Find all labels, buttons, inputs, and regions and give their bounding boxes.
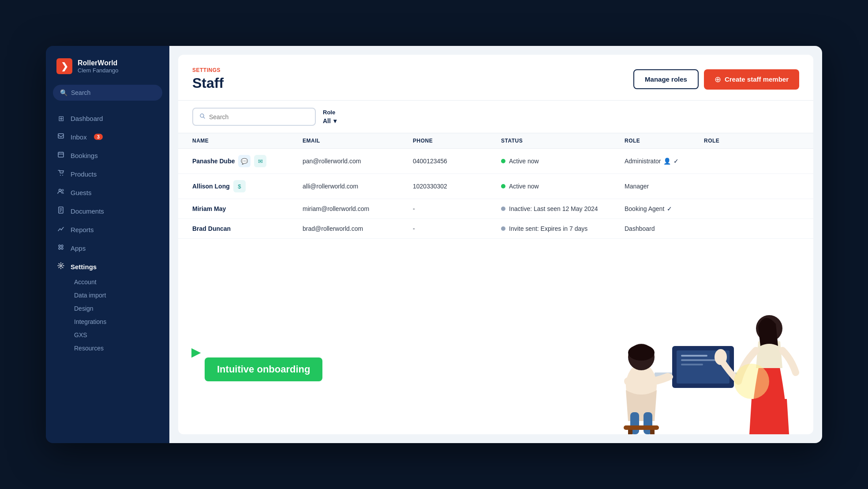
role-select[interactable]: All ▾ <box>323 117 337 124</box>
col-header-name: NAME <box>192 138 303 144</box>
svg-point-19 <box>626 364 657 408</box>
documents-icon <box>56 207 65 215</box>
manage-roles-button[interactable]: Manage roles <box>633 69 699 89</box>
products-icon <box>56 169 65 178</box>
page-title: Staff <box>192 75 224 91</box>
role-cell: Manager <box>625 183 704 190</box>
svg-rect-17 <box>681 359 716 361</box>
settings-sub-nav: Account Data import Design Integrations … <box>49 276 166 354</box>
filters-row: Role All ▾ <box>178 101 813 133</box>
email-cell: brad@rollerworld.com <box>303 225 413 232</box>
svg-point-10 <box>61 248 63 249</box>
sidebar: ❯ RollerWorld Clem Fandango 🔍 Search ⊞ D… <box>46 46 169 443</box>
role-cell: Administrator 👤 ✓ <box>625 158 704 165</box>
inbox-badge: 3 <box>94 134 103 140</box>
role-text: Dashboard <box>625 225 655 232</box>
status-text: Active now <box>509 183 539 190</box>
svg-rect-14 <box>672 346 734 388</box>
email-cell: alli@rollerworld.com <box>303 183 413 190</box>
table-row[interactable]: Miriam May miriam@rollerworld.com - Inac… <box>178 199 813 219</box>
sidebar-item-documents[interactable]: Documents <box>49 202 166 220</box>
svg-rect-24 <box>644 412 652 434</box>
chat-icon[interactable]: 💬 <box>238 155 251 167</box>
svg-point-29 <box>715 349 727 365</box>
sidebar-item-label: Settings <box>71 263 97 271</box>
staff-name: Panashe Dube <box>192 158 235 165</box>
phone-cell: - <box>413 205 501 212</box>
logo-area: ❯ RollerWorld Clem Fandango <box>46 46 169 85</box>
svg-rect-16 <box>681 355 707 357</box>
illustration-svg <box>505 284 813 434</box>
sidebar-item-label: Products <box>71 170 97 178</box>
settings-sub-integrations[interactable]: Integrations <box>71 316 162 328</box>
search-input[interactable] <box>209 113 309 120</box>
status-text: Inactive: Last seen 12 May 2024 <box>509 205 598 212</box>
sidebar-item-dashboard[interactable]: ⊞ Dashboard <box>49 109 166 128</box>
create-staff-button[interactable]: ⊕ Create staff member <box>704 69 799 90</box>
settings-icon <box>56 262 65 271</box>
svg-point-11 <box>60 265 62 267</box>
status-cell: Active now <box>501 183 625 190</box>
settings-sub-resources[interactable]: Resources <box>71 342 162 354</box>
status-dot <box>501 226 505 231</box>
arrow-icon: ▶ <box>191 345 201 359</box>
create-staff-label: Create staff member <box>725 75 789 83</box>
message-icon[interactable]: ✉ <box>254 155 266 167</box>
search-icon <box>199 113 206 120</box>
role-text: Administrator <box>625 158 661 165</box>
role-filter-label: Role <box>323 109 337 116</box>
settings-sub-data-import[interactable]: Data import <box>71 289 162 301</box>
role-text: Booking Agent <box>625 205 664 212</box>
status-text: Active now <box>509 158 539 165</box>
dashboard-icon: ⊞ <box>56 114 65 123</box>
search-wrapper[interactable] <box>192 108 316 126</box>
sidebar-item-inbox[interactable]: Inbox 3 <box>49 128 166 146</box>
content-area: SETTINGS Staff Manage roles ⊕ Create sta… <box>178 55 813 434</box>
settings-sub-design[interactable]: Design <box>71 302 162 315</box>
settings-sub-account[interactable]: Account <box>71 276 162 288</box>
check-icon: ✓ <box>673 158 679 165</box>
status-text: Invite sent: Expires in 7 days <box>509 225 587 232</box>
page-header-left: SETTINGS Staff <box>192 67 224 91</box>
svg-point-9 <box>59 248 60 249</box>
reports-icon <box>56 225 65 234</box>
staff-name: Brad Duncan <box>192 225 231 232</box>
table-row[interactable]: Brad Duncan brad@rollerworld.com - Invit… <box>178 219 813 239</box>
col-header-role2: ROLE <box>704 138 783 144</box>
sidebar-search-label: Search <box>71 89 90 96</box>
sidebar-item-label: Dashboard <box>71 115 103 122</box>
sidebar-item-products[interactable]: Products <box>49 165 166 183</box>
role-filter: Role All ▾ <box>323 109 337 124</box>
svg-point-21 <box>628 345 655 361</box>
onboarding-banner: Intuitive onboarding <box>205 357 322 381</box>
email-cell: miriam@rollerworld.com <box>303 205 413 212</box>
sidebar-search[interactable]: 🔍 Search <box>53 85 162 101</box>
name-cell: Brad Duncan <box>192 225 303 232</box>
sidebar-item-reports[interactable]: Reports <box>49 220 166 239</box>
status-cell: Invite sent: Expires in 7 days <box>501 225 625 232</box>
check-icon: ✓ <box>667 205 672 212</box>
status-dot <box>501 159 505 163</box>
svg-rect-25 <box>624 425 659 430</box>
name-cell: Miriam May <box>192 205 303 212</box>
sidebar-item-apps[interactable]: Apps <box>49 239 166 257</box>
table-row[interactable]: Panashe Dube 💬 ✉ pan@rollerworld.com 040… <box>178 149 813 174</box>
svg-rect-23 <box>630 412 639 434</box>
sidebar-item-label: Documents <box>71 207 104 215</box>
sidebar-item-settings[interactable]: Settings <box>49 257 166 276</box>
sidebar-item-guests[interactable]: Guests <box>49 183 166 202</box>
phone-cell: 0400123456 <box>413 158 501 165</box>
settings-sub-gxs[interactable]: GXS <box>71 329 162 341</box>
role-cell: Dashboard <box>625 225 704 232</box>
plus-icon: ⊕ <box>715 75 721 84</box>
inbox-icon <box>56 132 65 141</box>
status-cell: Active now <box>501 158 625 165</box>
status-dot <box>501 184 505 188</box>
logo-icon: ❯ <box>56 58 72 74</box>
table-row[interactable]: Allison Long $ alli@rollerworld.com 1020… <box>178 174 813 199</box>
sidebar-item-bookings[interactable]: Bookings <box>49 146 166 165</box>
dollar-icon[interactable]: $ <box>233 180 246 192</box>
settings-label: SETTINGS <box>192 67 224 73</box>
email-cell: pan@rollerworld.com <box>303 158 413 165</box>
phone-cell: - <box>413 225 501 232</box>
